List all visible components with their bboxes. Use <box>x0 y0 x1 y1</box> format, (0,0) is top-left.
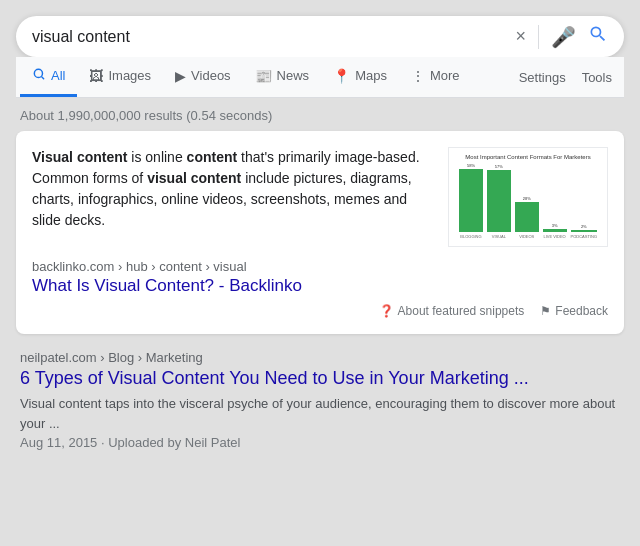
tab-videos[interactable]: ▶ Videos <box>163 58 243 97</box>
snippet-text: Visual content is online content that's … <box>32 147 436 247</box>
tab-all-label: All <box>51 68 65 83</box>
snippet-chart: Most Important Content Formats For Marke… <box>448 147 608 247</box>
results-count: About 1,990,000,000 results (0.54 second… <box>16 102 624 131</box>
snippet-link[interactable]: What Is Visual Content? - Backlinko <box>32 276 608 296</box>
featured-snippet: Visual content is online content that's … <box>16 131 624 334</box>
search-divider <box>538 25 539 49</box>
chart-bar-label: VIDEOS <box>519 234 534 239</box>
all-icon <box>32 67 46 84</box>
snippet-bold-1: Visual content <box>32 149 127 165</box>
tab-news-label: News <box>277 68 310 83</box>
chart-bar <box>459 169 483 232</box>
search-bar: × 🎤 <box>16 16 624 57</box>
chart-bars: 58%BLOGGING57%VISUAL28%VIDEOS3%LIVE VIDE… <box>455 164 601 239</box>
chart-bar <box>543 229 567 232</box>
about-snippets[interactable]: ❓ About featured snippets <box>379 304 525 318</box>
nav-tabs: All 🖼 Images ▶ Videos 📰 News 📍 Maps ⋮ Mo… <box>16 57 624 98</box>
snippet-source: backlinko.com › hub › content › visual <box>32 259 608 274</box>
settings-link[interactable]: Settings <box>511 60 574 95</box>
mic-icon[interactable]: 🎤 <box>551 25 576 49</box>
tab-maps-label: Maps <box>355 68 387 83</box>
tab-all[interactable]: All <box>20 57 77 97</box>
svg-point-0 <box>34 69 42 77</box>
feedback-label: Feedback <box>555 304 608 318</box>
chart-bar-group: 58%BLOGGING <box>459 163 483 239</box>
tab-videos-label: Videos <box>191 68 231 83</box>
result-1-source: neilpatel.com › Blog › Marketing <box>20 350 620 365</box>
search-result-1: neilpatel.com › Blog › Marketing 6 Types… <box>16 342 624 458</box>
search-button[interactable] <box>588 24 608 49</box>
more-dots-icon: ⋮ <box>411 68 425 84</box>
chart-bar-pct: 2% <box>581 224 587 229</box>
snippet-bold-3: visual content <box>147 170 241 186</box>
chart-bar-label: PODCASTING <box>571 234 597 239</box>
news-icon: 📰 <box>255 68 272 84</box>
chart-title: Most Important Content Formats For Marke… <box>455 154 601 160</box>
chart-bar <box>487 170 511 232</box>
chart-bar-label: BLOGGING <box>460 234 481 239</box>
clear-icon[interactable]: × <box>515 26 526 47</box>
videos-icon: ▶ <box>175 68 186 84</box>
chart-container: Most Important Content Formats For Marke… <box>448 147 608 247</box>
chart-bar-group: 2%PODCASTING <box>571 224 597 239</box>
search-bar-icons: × 🎤 <box>515 24 608 49</box>
about-snippets-label: About featured snippets <box>398 304 525 318</box>
maps-icon: 📍 <box>333 68 350 84</box>
chart-bar <box>571 230 597 232</box>
chart-bar-pct: 28% <box>523 196 531 201</box>
tab-more[interactable]: ⋮ More <box>399 58 472 97</box>
snippet-bold-2: content <box>187 149 238 165</box>
tools-link[interactable]: Tools <box>574 60 620 95</box>
tab-news[interactable]: 📰 News <box>243 58 322 97</box>
chart-bar-pct: 57% <box>495 164 503 169</box>
tab-images[interactable]: 🖼 Images <box>77 58 163 97</box>
chart-bar-group: 3%LIVE VIDEO <box>543 223 567 239</box>
chart-bar <box>515 202 539 232</box>
snippet-content: Visual content is online content that's … <box>32 147 608 247</box>
flag-icon: ⚑ <box>540 304 551 318</box>
tab-maps[interactable]: 📍 Maps <box>321 58 399 97</box>
chart-bar-group: 57%VISUAL <box>487 164 511 239</box>
question-icon: ❓ <box>379 304 394 318</box>
feedback-btn[interactable]: ⚑ Feedback <box>540 304 608 318</box>
tab-images-label: Images <box>108 68 151 83</box>
chart-bar-label: VISUAL <box>492 234 506 239</box>
chart-bar-label: LIVE VIDEO <box>544 234 566 239</box>
result-1-title[interactable]: 6 Types of Visual Content You Need to Us… <box>20 367 620 390</box>
result-1-description: Visual content taps into the visceral ps… <box>20 394 620 433</box>
chart-bar-pct: 58% <box>467 163 475 168</box>
chart-bar-group: 28%VIDEOS <box>515 196 539 239</box>
images-icon: 🖼 <box>89 68 103 84</box>
chart-bar-pct: 3% <box>552 223 558 228</box>
result-1-date: Aug 11, 2015 · Uploaded by Neil Patel <box>20 435 620 450</box>
tab-more-label: More <box>430 68 460 83</box>
snippet-footer: ❓ About featured snippets ⚑ Feedback <box>32 304 608 318</box>
search-input[interactable] <box>32 28 515 46</box>
